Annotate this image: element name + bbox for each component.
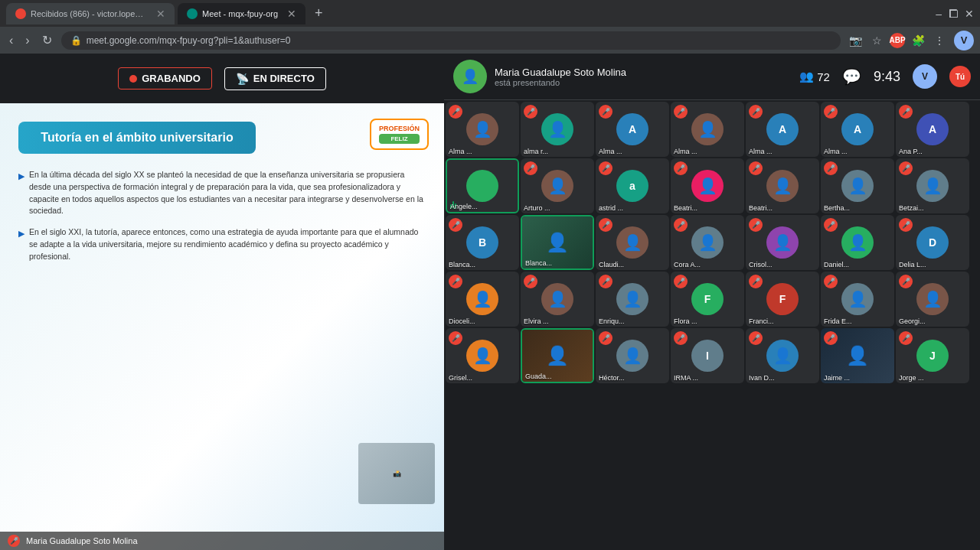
participant-tile-franci[interactable]: F 🎤 Franci... bbox=[746, 272, 819, 327]
settings-button[interactable]: Tú bbox=[949, 66, 971, 87]
participant-tile-blanca1[interactable]: B 🎤 Blanca... bbox=[446, 215, 519, 270]
astrid-avatar: a bbox=[616, 170, 648, 202]
live-label: EN DIRECTO bbox=[253, 73, 315, 84]
profession-text: PROFESIÓN bbox=[379, 125, 420, 132]
meet-tab-close[interactable]: ✕ bbox=[287, 8, 296, 20]
star-icon[interactable]: ☆ bbox=[868, 32, 885, 49]
bullet-arrow-2: ▶ bbox=[18, 227, 24, 262]
participant-tile-alma3[interactable]: A 🎤 Alma ... bbox=[596, 102, 669, 157]
address-bar[interactable]: 🔒 meet.google.com/mqx-fpuy-org?pli=1&aut… bbox=[61, 31, 841, 50]
participant-tile-alma5[interactable]: A 🎤 Alma ... bbox=[746, 102, 819, 157]
settings-icon[interactable]: ⋮ bbox=[931, 32, 948, 49]
participant-tile-grisel[interactable]: 👤 🎤 Grisel... bbox=[446, 328, 519, 383]
jorge-avatar: J bbox=[916, 340, 949, 372]
participant-tile-georgi[interactable]: 👤 🎤 Georgi... bbox=[896, 272, 969, 327]
participant-tile-delia[interactable]: D 🎤 Delia L... bbox=[896, 215, 969, 270]
participant-tile-ivan[interactable]: 👤 🎤 Ivan D... bbox=[746, 328, 819, 383]
participant-tile-jaime[interactable]: 👤 🎤 Jaime ... bbox=[821, 328, 894, 383]
participant-tile-dioceli[interactable]: 👤 🎤 Dioceli... bbox=[446, 272, 519, 327]
participant-tile-crisol[interactable]: 👤 🎤 Crisol... bbox=[746, 215, 819, 270]
irma-avatar: I bbox=[691, 340, 724, 372]
reload-button[interactable]: ↻ bbox=[39, 30, 55, 50]
daniel-mute: 🎤 bbox=[824, 218, 838, 232]
angele-avatar bbox=[466, 170, 498, 202]
participant-tile-alma2[interactable]: 👤 🎤 alma r... bbox=[521, 102, 594, 157]
new-tab-button[interactable]: + bbox=[309, 5, 329, 21]
presentation-area: GRABANDO 📡 EN DIRECTO Tutoría en el ámbi… bbox=[0, 54, 444, 550]
bullet-arrow-1: ▶ bbox=[18, 170, 24, 217]
irma-mute: 🎤 bbox=[674, 331, 688, 345]
minimize-button[interactable]: – bbox=[936, 8, 942, 20]
delia-mute: 🎤 bbox=[899, 218, 913, 232]
meet-container: GRABANDO 📡 EN DIRECTO Tutoría en el ámbi… bbox=[0, 54, 980, 550]
live-badge: 📡 EN DIRECTO bbox=[224, 67, 326, 90]
extension-icon[interactable]: 🧩 bbox=[910, 32, 926, 49]
forward-button[interactable]: › bbox=[22, 31, 32, 50]
presenter-avatar: 👤 bbox=[453, 60, 487, 93]
chat-button[interactable]: 💬 bbox=[842, 67, 861, 86]
participant-tile-enriqu[interactable]: 👤 🎤 Enriqu... bbox=[596, 272, 669, 327]
participant-tile-anap[interactable]: A 🎤 Ana P... bbox=[896, 102, 969, 157]
participant-tile-beatri1[interactable]: 👤 🎤 Beatri... bbox=[671, 158, 744, 213]
participant-tile-alma1[interactable]: 👤 🎤 Alma ... bbox=[446, 102, 519, 157]
alma2-mute: 🎤 bbox=[524, 105, 537, 119]
participant-tile-bertha[interactable]: 👤 🎤 Bertha... bbox=[821, 158, 894, 213]
participant-tile-blanca2[interactable]: 👤 Blanca... bbox=[521, 215, 594, 270]
gmail-tab-close[interactable]: ✕ bbox=[156, 8, 165, 20]
alma6-mute: 🎤 bbox=[824, 105, 838, 119]
participant-tile-guada[interactable]: 👤 Guada... bbox=[521, 328, 594, 383]
presenter-status: está presentando bbox=[495, 78, 626, 87]
tab-gmail[interactable]: Recibidos (866) - victor.lopez@u... ✕ bbox=[6, 3, 175, 24]
franci-name: Franci... bbox=[749, 317, 816, 325]
presenter-header: 👤 Maria Guadalupe Soto Molina está prese… bbox=[444, 54, 980, 100]
participant-tile-astrid[interactable]: a 🎤 astrid ... bbox=[596, 158, 669, 213]
participant-tile-alma4[interactable]: 👤 🎤 Alma ... bbox=[671, 102, 744, 157]
ivan-name: Ivan D... bbox=[749, 374, 816, 382]
lock-icon: 🔒 bbox=[70, 35, 82, 46]
participant-tile-frida[interactable]: 👤 🎤 Frida E... bbox=[821, 272, 894, 327]
franci-avatar: F bbox=[766, 283, 799, 315]
participant-tile-beatri2[interactable]: 👤 🎤 Beatri... bbox=[746, 158, 819, 213]
slide-image-label: 📸 bbox=[393, 470, 401, 477]
maximize-button[interactable]: ⧠ bbox=[948, 8, 959, 20]
participant-tile-claudi[interactable]: 👤 🎤 Claudi... bbox=[596, 215, 669, 270]
slide-bullet-1: ▶ En la última década del siglo XX se pl… bbox=[18, 169, 426, 217]
participant-tile-jorge[interactable]: J 🎤 Jorge ... bbox=[896, 328, 969, 383]
profile-button[interactable]: V bbox=[954, 31, 974, 50]
arturo-name: Arturo ... bbox=[524, 204, 591, 212]
close-button[interactable]: ✕ bbox=[965, 8, 974, 20]
alma5-name: Alma ... bbox=[749, 148, 816, 155]
crisol-name: Crisol... bbox=[749, 261, 816, 268]
participant-tile-irma[interactable]: I 🎤 IRMA ... bbox=[671, 328, 744, 383]
participant-tile-elvira[interactable]: 👤 🎤 Elvira ... bbox=[521, 272, 594, 327]
betzai-name: Betzai... bbox=[899, 204, 966, 212]
nav-icons: 📷 ☆ ABP 🧩 ⋮ bbox=[847, 32, 948, 49]
tab-meet[interactable]: Meet - mqx-fpuy-org ✕ bbox=[178, 3, 305, 24]
camera-icon[interactable]: 📷 bbox=[847, 32, 864, 49]
bullet-text-2: En el siglo XXI, la tutoría, aparece ent… bbox=[29, 226, 426, 262]
participant-tile-daniel[interactable]: 👤 🎤 Daniel... bbox=[821, 215, 894, 270]
presenter-name-label: Maria Guadalupe Soto Molina bbox=[26, 536, 138, 545]
flora-mute: 🎤 bbox=[674, 275, 688, 288]
frida-avatar: 👤 bbox=[841, 283, 874, 315]
alma6-name: Alma ... bbox=[824, 148, 891, 155]
participant-tile-betzai[interactable]: 👤 🎤 Betzai... bbox=[896, 158, 969, 213]
beatri1-avatar: 👤 bbox=[691, 170, 724, 202]
participant-tile-angele[interactable]: Angele... bbox=[446, 158, 519, 213]
participant-tile-flora[interactable]: F 🎤 Flora ... bbox=[671, 272, 744, 327]
georgi-avatar: 👤 bbox=[916, 283, 949, 315]
back-button[interactable]: ‹ bbox=[6, 31, 16, 50]
participant-tile-arturo[interactable]: 👤 🎤 Arturo ... bbox=[521, 158, 594, 213]
participant-tile-alma6[interactable]: A 🎤 Alma ... bbox=[821, 102, 894, 157]
window-controls: – ⧠ ✕ bbox=[936, 8, 974, 20]
recording-dot bbox=[129, 75, 137, 83]
participant-tile-cora[interactable]: 👤 🎤 Cora A... bbox=[671, 215, 744, 270]
participant-tile-hector[interactable]: 👤 🎤 Héctor... bbox=[596, 328, 669, 383]
blanca1-avatar: B bbox=[466, 226, 498, 259]
bullet-text-1: En la última década del siglo XX se plan… bbox=[29, 169, 426, 217]
jorge-mute: 🎤 bbox=[899, 331, 913, 345]
abp-icon[interactable]: ABP bbox=[890, 33, 905, 48]
alma4-avatar: 👤 bbox=[691, 113, 724, 145]
you-label: Tú bbox=[956, 73, 965, 81]
user-avatar[interactable]: V bbox=[913, 64, 937, 89]
